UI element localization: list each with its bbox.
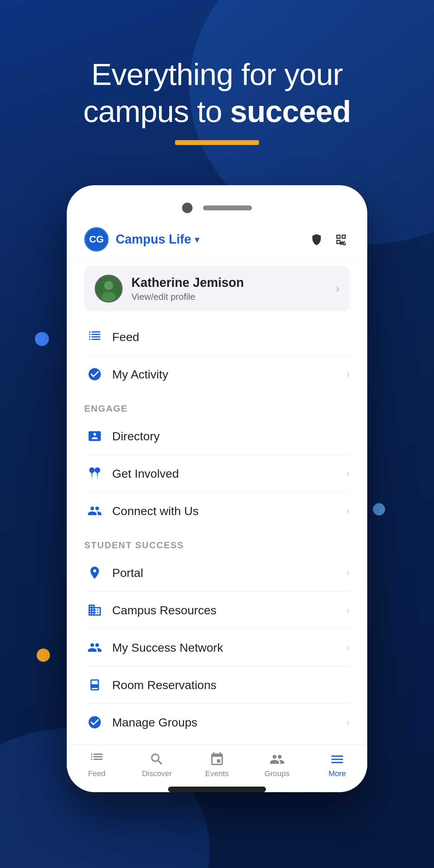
portal-chevron-icon: › — [347, 567, 350, 578]
directory-label: Directory — [112, 429, 350, 443]
avatar — [95, 275, 123, 303]
feed-label: Feed — [112, 330, 350, 344]
rooms-icon — [84, 676, 105, 694]
engage-menu: Directory Get Involved › Connect with Us… — [67, 418, 367, 529]
profile-subtitle: View/edit profile — [131, 291, 336, 302]
network-chevron-icon: › — [347, 642, 350, 653]
profile-chevron-icon: › — [336, 283, 339, 295]
nav-more-label: More — [328, 769, 346, 778]
network-icon — [84, 639, 105, 656]
nav-item-feed[interactable]: Feed — [67, 752, 127, 778]
involved-label: Get Involved — [112, 467, 343, 480]
hero-line2: campus to — [83, 94, 230, 129]
decorative-dot-right — [373, 503, 385, 515]
bottom-navigation: Feed Discover Events Groups More — [67, 744, 367, 782]
qr-icon[interactable] — [332, 231, 350, 248]
menu-item-get-involved[interactable]: Get Involved › — [84, 455, 350, 492]
manage-groups-label: Manage Groups — [112, 716, 343, 729]
phone-home-bar — [168, 787, 266, 792]
decorative-dot-left — [35, 332, 49, 346]
nav-more-icon — [330, 752, 345, 767]
hero-underline — [175, 140, 259, 145]
nav-groups-icon — [269, 752, 285, 767]
nav-item-events[interactable]: Events — [187, 752, 247, 778]
chevron-down-icon[interactable]: ▾ — [195, 234, 200, 245]
manage-groups-chevron-icon: › — [347, 717, 350, 728]
menu-item-feed[interactable]: Feed — [84, 318, 350, 356]
section-student-success: STUDENT SUCCESS — [67, 529, 367, 554]
section-engage: ENGAGE — [67, 393, 367, 418]
menu-item-connect[interactable]: Connect with Us › — [84, 492, 350, 529]
nav-item-discover[interactable]: Discover — [127, 752, 187, 778]
phone-speaker — [203, 205, 252, 210]
connect-icon — [84, 502, 105, 520]
phone-frame: CG Campus Life ▾ — [67, 185, 367, 792]
nav-item-more[interactable]: More — [307, 752, 367, 778]
svg-point-2 — [102, 292, 116, 302]
menu-item-room-reservations[interactable]: Room Reservations — [84, 666, 350, 704]
svg-point-1 — [104, 281, 113, 290]
connect-label: Connect with Us — [112, 504, 343, 518]
app-logo: CG — [84, 227, 109, 252]
hero-line2-bold: succeed — [230, 94, 351, 129]
involved-chevron-icon: › — [347, 468, 350, 479]
manage-groups-icon — [84, 714, 105, 731]
logo-letters: CG — [89, 234, 104, 245]
resources-icon — [84, 601, 105, 619]
nav-discover-icon — [149, 752, 165, 767]
activity-chevron-icon: › — [347, 369, 350, 380]
activity-label: My Activity — [112, 368, 343, 381]
rooms-label: Room Reservations — [112, 678, 350, 692]
header-icons — [308, 231, 350, 248]
app-name: Campus Life — [116, 232, 191, 247]
nav-feed-icon — [89, 752, 104, 767]
main-menu: Feed My Activity › — [67, 318, 367, 393]
phone-top-bar — [67, 199, 367, 220]
hero-line1: Everything for your — [91, 57, 343, 92]
shield-icon[interactable] — [308, 231, 325, 248]
nav-events-icon — [209, 752, 225, 767]
menu-item-success-network[interactable]: My Success Network › — [84, 629, 350, 666]
portal-icon — [84, 564, 105, 581]
phone-camera — [182, 203, 193, 213]
app-header: CG Campus Life ▾ — [67, 220, 367, 259]
activity-icon — [84, 366, 105, 383]
menu-item-my-activity[interactable]: My Activity › — [84, 356, 350, 393]
connect-chevron-icon: › — [347, 505, 350, 516]
menu-item-directory[interactable]: Directory — [84, 418, 350, 455]
directory-icon — [84, 427, 105, 445]
success-menu: Portal › Campus Resources › My Success N… — [67, 554, 367, 741]
menu-item-manage-groups[interactable]: Manage Groups › — [84, 704, 350, 741]
menu-item-campus-resources[interactable]: Campus Resources › — [84, 592, 350, 629]
profile-info: Katherine Jemison View/edit profile — [131, 275, 336, 302]
nav-item-groups[interactable]: Groups — [247, 752, 307, 778]
nav-groups-label: Groups — [265, 769, 290, 778]
involved-icon — [84, 465, 105, 482]
phone-wrapper: CG Campus Life ▾ — [67, 185, 367, 792]
profile-card[interactable]: Katherine Jemison View/edit profile › — [84, 266, 350, 311]
hero-title: Everything for your campus to succeed — [0, 56, 434, 130]
network-label: My Success Network — [112, 641, 343, 654]
profile-name: Katherine Jemison — [131, 275, 336, 290]
menu-item-portal[interactable]: Portal › — [84, 554, 350, 592]
hero-section: Everything for your campus to succeed — [0, 56, 434, 145]
resources-chevron-icon: › — [347, 605, 350, 616]
nav-feed-label: Feed — [88, 769, 106, 778]
decorative-dot-yellow — [37, 649, 50, 662]
nav-discover-label: Discover — [142, 769, 172, 778]
nav-events-label: Events — [205, 769, 229, 778]
portal-label: Portal — [112, 566, 343, 580]
resources-label: Campus Resources — [112, 603, 343, 617]
feed-icon — [84, 328, 105, 346]
